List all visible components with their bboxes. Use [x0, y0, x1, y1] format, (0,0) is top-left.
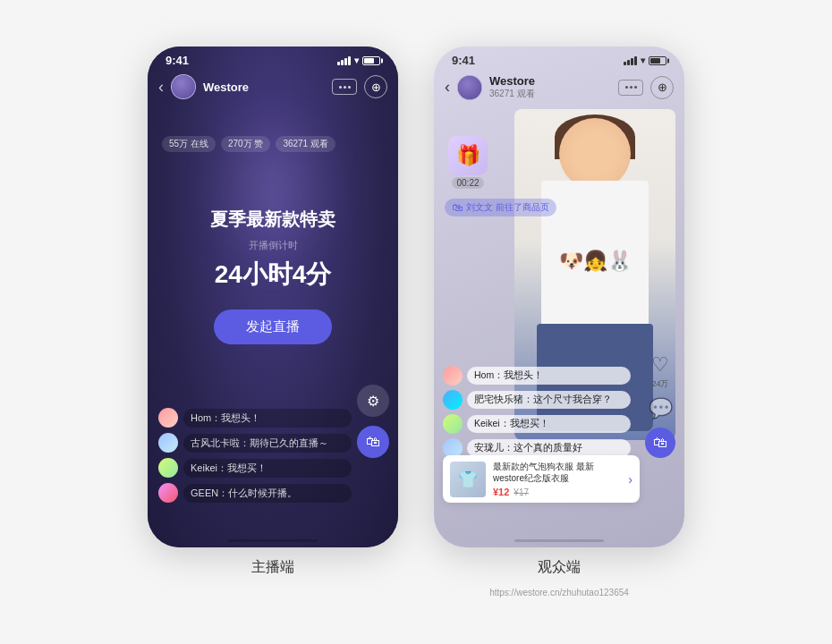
comment-text: 肥宅快乐猪：这个尺寸我合穿？: [467, 391, 631, 409]
gift-timer: 00:22: [452, 177, 483, 189]
product-original-price: ¥17: [514, 487, 529, 497]
viewer-back-button[interactable]: ‹: [445, 78, 450, 97]
girl-body: 🐶👧🐰: [541, 181, 649, 342]
product-price-row: ¥12 ¥17: [493, 487, 621, 497]
viewer-battery-icon: [649, 56, 666, 65]
host-stats-bar: 55万 在线 270万 赞 36271 观看: [148, 136, 398, 152]
host-nav-bar: ‹ Westore ⊕: [148, 71, 398, 103]
system-message: 🛍 刘文文 前往了商品页: [445, 199, 556, 216]
viewer-label: 观众端: [538, 558, 581, 577]
list-item: Keikei：我想买！: [443, 414, 631, 434]
host-time: 9:41: [166, 54, 189, 67]
host-side-buttons: ⚙ 🛍: [357, 385, 389, 458]
list-item: 古风北卡啦：期待已久的直播～: [158, 433, 352, 453]
host-gear-button[interactable]: ⚙: [357, 385, 389, 417]
comment-text: Keikei：我想买！: [467, 415, 631, 433]
product-current-price: ¥12: [493, 487, 509, 497]
host-main-content: 夏季最新款特卖 开播倒计时 24小时4分 发起直播: [148, 208, 398, 344]
viewer-status-icons: ▾: [624, 55, 666, 65]
system-msg-text: 刘文文 前往了商品页: [466, 201, 549, 214]
viewer-nav-bar: ‹ Westore 36271 观看 ⊕: [434, 71, 684, 104]
host-status-icons: ▾: [337, 55, 380, 65]
host-header: 9:41 ▾: [148, 47, 398, 103]
product-name: 最新款的气泡狗衣服 最新westore纪念版衣服: [493, 461, 621, 484]
viewer-phone-wrapper: 🐶👧🐰 9:41 ▾: [434, 47, 684, 597]
viewer-signal-icon: [624, 56, 637, 65]
heart-count: 24万: [651, 378, 668, 390]
viewer-channel-info: Westore 36271 观看: [489, 74, 611, 100]
comment-text: 安珑儿：这个真的质量好: [467, 439, 631, 457]
host-countdown-value: 24小时4分: [148, 258, 398, 292]
viewer-home-indicator: [514, 539, 604, 542]
comment-text: Keikei：我想买！: [183, 459, 352, 478]
product-info: 最新款的气泡狗衣服 最新westore纪念版衣服 ¥12 ¥17: [493, 461, 621, 497]
comment-text: GEEN：什么时候开播。: [183, 484, 352, 503]
host-nav-actions: ⊕: [332, 75, 387, 98]
comment-text: 古风北卡啦：期待已久的直播～: [183, 434, 352, 453]
host-channel-name: Westore: [203, 80, 325, 94]
list-item: Keikei：我想买！: [158, 458, 352, 478]
host-settings-button[interactable]: ⊕: [364, 75, 387, 98]
product-arrow-icon: ›: [628, 472, 632, 487]
avatar: [158, 483, 178, 503]
viewer-comments-area: Hom：我想头！ 肥宅快乐猪：这个尺寸我合穿？ Keikei：我想买！ 安珑儿：…: [434, 366, 640, 458]
host-shop-button[interactable]: 🛍: [357, 426, 389, 458]
viewer-shop-button[interactable]: 🛍: [645, 428, 675, 458]
host-channel-avatar: [171, 74, 196, 99]
host-battery-icon: [362, 56, 380, 65]
viewer-more-button[interactable]: [618, 80, 643, 96]
list-item: Hom：我想头！: [158, 408, 352, 428]
host-likes-count: 270万 赞: [221, 136, 270, 152]
viewer-heart-button[interactable]: ♡ 24万: [651, 353, 669, 390]
host-more-button[interactable]: [332, 79, 357, 95]
host-comments-area: Hom：我想头！ 古风北卡啦：期待已久的直播～ Keikei：我想买！ GEEN…: [148, 408, 362, 503]
host-status-bar: 9:41 ▾: [148, 47, 398, 71]
viewer-sub-label: https://westore.cn/zhuhutao123654: [489, 588, 629, 597]
host-label: 主播端: [251, 558, 294, 577]
host-signal-icon: [337, 56, 351, 65]
host-start-button[interactable]: 发起直播: [214, 309, 332, 344]
viewer-count: 36271 观看: [489, 88, 611, 100]
host-online-count: 55万 在线: [162, 136, 216, 152]
host-wifi-icon: ▾: [354, 55, 359, 65]
viewer-share-button[interactable]: ⊕: [650, 76, 674, 99]
viewer-time: 9:41: [452, 54, 475, 67]
avatar: [443, 414, 463, 434]
bag-icon: 🛍: [452, 201, 463, 214]
product-thumbnail: 👕: [450, 462, 486, 497]
avatar: [158, 458, 178, 478]
viewer-channel-avatar: [457, 75, 482, 100]
viewer-channel-name: Westore: [489, 74, 611, 88]
avatar: [443, 366, 463, 386]
viewer-gift-area[interactable]: 🎁 00:22: [448, 136, 488, 189]
host-views-count: 36271 观看: [276, 136, 335, 152]
viewer-header: 9:41 ▾ ‹: [434, 47, 684, 104]
viewer-status-bar: 9:41 ▾: [434, 47, 684, 71]
host-channel-info: Westore: [203, 80, 325, 94]
host-countdown-label: 开播倒计时: [148, 239, 398, 252]
avatar: [158, 408, 178, 428]
girl-head: [559, 118, 631, 190]
host-stream-title: 夏季最新款特卖: [148, 208, 398, 232]
list-item: 肥宅快乐猪：这个尺寸我合穿？: [443, 390, 631, 410]
viewer-side-buttons: ♡ 24万 💬 🛍: [645, 353, 675, 458]
viewer-phone: 🐶👧🐰 9:41 ▾: [434, 47, 684, 547]
heart-icon: ♡: [651, 353, 669, 377]
viewer-nav-actions: ⊕: [618, 76, 674, 99]
viewer-wifi-icon: ▾: [641, 55, 645, 65]
viewer-comment-button[interactable]: 💬: [649, 397, 673, 420]
list-item: GEEN：什么时候开播。: [158, 483, 352, 503]
viewer-product-card[interactable]: 👕 最新款的气泡狗衣服 最新westore纪念版衣服 ¥12 ¥17 ›: [443, 455, 640, 503]
gift-icon: 🎁: [448, 136, 488, 175]
list-item: Hom：我想头！: [443, 366, 631, 386]
host-phone: 9:41 ▾: [148, 47, 398, 547]
host-home-indicator: [228, 539, 318, 542]
host-phone-wrapper: 9:41 ▾: [148, 47, 398, 577]
comment-text: Hom：我想头！: [467, 367, 631, 385]
viewer-system-msg-area: 🛍 刘文文 前往了商品页: [445, 199, 556, 218]
comment-text: Hom：我想头！: [183, 409, 352, 428]
avatar: [443, 390, 463, 410]
host-back-button[interactable]: ‹: [158, 78, 164, 97]
avatar: [158, 433, 178, 453]
